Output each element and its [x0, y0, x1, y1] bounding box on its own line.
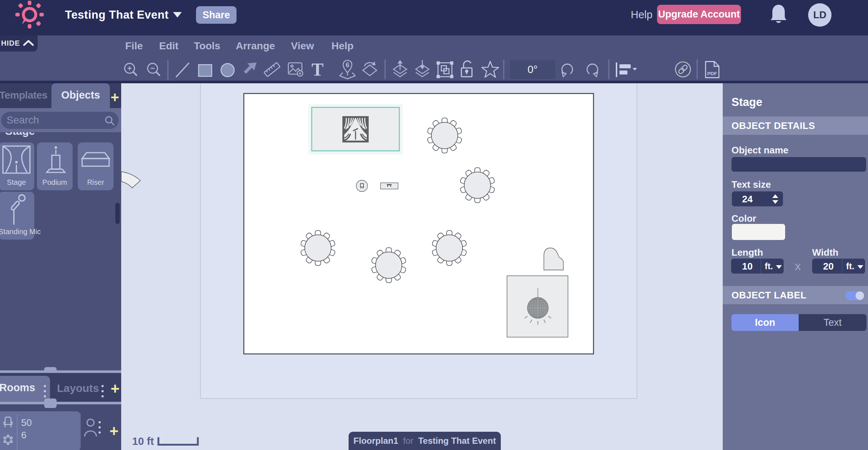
svg-text:6: 6 — [346, 61, 349, 69]
svg-text:T: T — [311, 59, 323, 80]
svg-text:PDF: PDF — [707, 71, 717, 76]
svg-text:10 ft: 10 ft — [132, 435, 154, 447]
svg-text:0°: 0° — [527, 64, 538, 75]
